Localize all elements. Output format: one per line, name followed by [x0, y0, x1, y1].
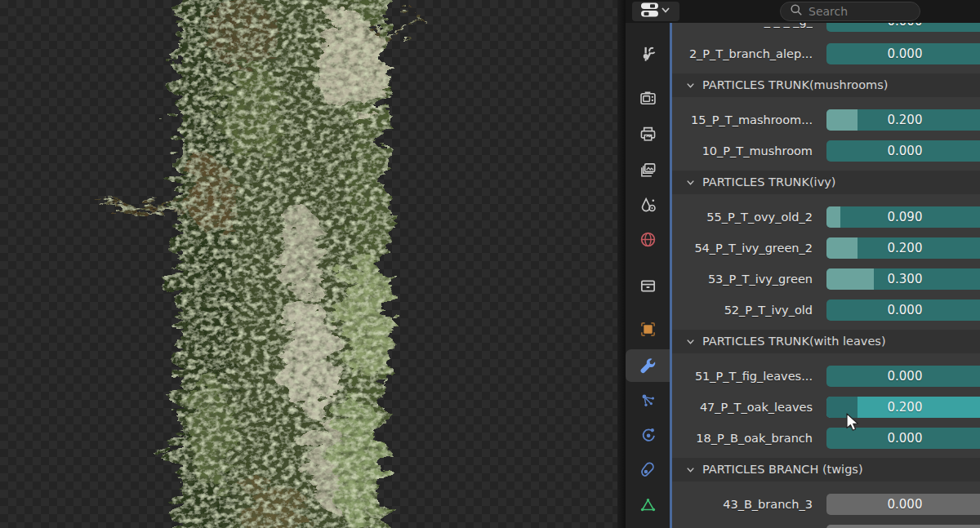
object-data-icon [639, 496, 657, 515]
object-icon [639, 320, 657, 339]
slider-value: 0.000 [826, 140, 980, 162]
slider-value: 0.200 [826, 109, 980, 131]
world-icon [639, 230, 657, 249]
tool-icon [639, 45, 657, 64]
slider-value: 0.000 [826, 494, 980, 515]
section-header-label: PARTICLES TRUNK(with leaves) [702, 335, 886, 348]
modifiers-wrench-icon [638, 356, 657, 375]
tab-physics[interactable] [626, 418, 670, 450]
chevron-down-icon [672, 464, 702, 476]
chevron-down-icon [672, 176, 702, 189]
section-header[interactable]: PARTICLES TRUNK(with leaves) [672, 330, 980, 353]
properties-panel: _ _ _ _g_0.0002_P_T_branch_alep...0.000P… [672, 0, 980, 528]
slider-row-label: 54_P_T_ivy_green_2 [672, 237, 813, 259]
slider-row-label: 55_P_T_ovy_old_2 [672, 206, 813, 228]
slider-row-label: 10_P_T_mushroom [672, 140, 813, 162]
tab-particles[interactable] [626, 384, 670, 416]
value-slider[interactable]: 0.300 [826, 268, 980, 290]
value-slider[interactable]: 0.000 [826, 366, 980, 387]
value-slider[interactable]: 0.200 [826, 109, 980, 131]
tab-output[interactable] [626, 118, 670, 150]
section-header-label: PARTICLES TRUNK(mushrooms) [702, 78, 888, 91]
slider-row-label: 52_P_T_ivy_old [672, 299, 813, 321]
properties-tab-strip [626, 23, 670, 528]
value-slider[interactable]: 0.000 [826, 140, 980, 162]
slider-row-label: 18_P_B_oak_branch [672, 428, 813, 449]
mouse-cursor [844, 412, 863, 433]
tab-modifiers-wrench[interactable] [626, 349, 670, 382]
slider-row-label: 47_P_T_oak_leaves [672, 397, 813, 418]
slider-value: 0.000 [826, 366, 980, 387]
particles-icon [639, 391, 657, 410]
value-slider[interactable]: 0.090 [826, 206, 980, 228]
section-header-label: PARTICLES BRANCH (twigs) [702, 463, 863, 476]
tab-render[interactable] [626, 82, 670, 114]
slider-row-label [672, 525, 813, 528]
properties-header-bar: Search [626, 0, 980, 23]
ivy-tree-trunk-render [0, 0, 617, 528]
slider-value: 0.200 [826, 237, 980, 259]
value-slider[interactable]: 0.000 [826, 494, 980, 515]
search-input[interactable]: Search [780, 2, 920, 21]
slider-row-label: 43_B_branch_3 [672, 494, 813, 515]
slider-value: 0.000 [826, 299, 980, 321]
view-layer-icon [639, 161, 657, 180]
tab-constraints[interactable] [626, 453, 670, 486]
output-icon [639, 125, 657, 144]
slider-row-label: 2_P_T_branch_alep... [672, 43, 813, 64]
scene-icon [639, 196, 657, 215]
3d-viewport[interactable] [0, 0, 617, 528]
slider-value: 0.090 [826, 206, 980, 228]
active-region-accent-line [670, 23, 672, 528]
tab-collection[interactable] [626, 269, 670, 302]
slider-value: 0.300 [826, 268, 980, 290]
editor-type-dropdown[interactable] [632, 2, 679, 21]
collection-icon [639, 277, 657, 295]
search-placeholder: Search [808, 2, 848, 20]
chevron-down-icon [672, 79, 702, 91]
value-slider[interactable] [826, 525, 980, 528]
physics-icon [639, 425, 657, 444]
slider-row-label: 15_P_T_mashroom... [672, 109, 813, 131]
tab-object-data[interactable] [626, 489, 670, 521]
tab-view-layer[interactable] [626, 153, 670, 186]
search-icon [781, 2, 808, 20]
editor-divider [617, 0, 626, 528]
properties-editor-icon [638, 1, 674, 22]
section-header[interactable]: PARTICLES BRANCH (twigs) [672, 458, 980, 481]
constraints-icon [639, 460, 657, 479]
slider-value: 0.000 [826, 43, 980, 64]
value-slider[interactable]: 0.200 [826, 237, 980, 259]
slider-row-label: 51_P_T_fig_leaves... [672, 366, 813, 387]
tab-scene[interactable] [626, 189, 670, 221]
value-slider[interactable]: 0.000 [826, 43, 980, 64]
section-header-label: PARTICLES TRUNK(ivy) [702, 175, 835, 189]
section-header[interactable]: PARTICLES TRUNK(mushrooms) [672, 73, 980, 97]
render-icon [639, 89, 657, 108]
slider-row-label: 53_P_T_ivy_green [672, 268, 813, 290]
tab-tool[interactable] [626, 38, 670, 70]
value-slider[interactable]: 0.000 [826, 299, 980, 321]
tab-object[interactable] [626, 313, 670, 345]
section-header[interactable]: PARTICLES TRUNK(ivy) [672, 171, 980, 194]
chevron-down-icon [672, 335, 702, 348]
tab-world[interactable] [626, 223, 670, 255]
